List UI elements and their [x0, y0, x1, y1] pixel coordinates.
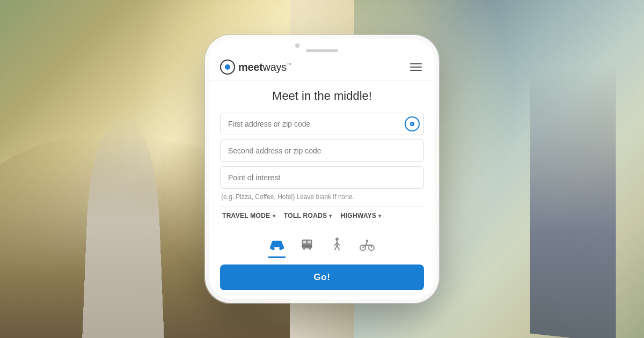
app-body: Meet in the middle! (e.g. Pizza, Coffee,… [209, 80, 435, 299]
second-address-group [220, 139, 424, 162]
toll-roads-dropdown[interactable]: TOLL ROADS ▾ [282, 211, 334, 221]
hamburger-line-3 [410, 70, 422, 71]
location-icon [410, 122, 414, 126]
travel-mode-label: TRAVEL MODE [222, 212, 270, 219]
phone-wrapper: meetways™ Meet in the middle! [204, 19, 440, 319]
svg-point-9 [309, 247, 311, 250]
toll-roads-arrow-icon: ▾ [329, 213, 332, 219]
svg-rect-6 [308, 241, 311, 244]
dropdowns-row: TRAVEL MODE ▾ TOLL ROADS ▾ HIGHWAYS ▾ [220, 206, 424, 225]
phone-speaker [306, 49, 338, 52]
svg-point-1 [279, 247, 282, 250]
location-button[interactable] [405, 116, 420, 131]
toll-roads-label: TOLL ROADS [284, 212, 327, 219]
go-button[interactable]: Go! [220, 264, 424, 290]
svg-point-8 [303, 247, 305, 250]
travel-mode-car[interactable] [268, 236, 286, 258]
logo-eye-icon [225, 64, 230, 70]
road-right [530, 63, 616, 338]
logo: meetways™ [220, 60, 291, 75]
svg-line-16 [337, 246, 339, 250]
svg-rect-7 [302, 245, 312, 247]
svg-rect-5 [303, 241, 306, 244]
logo-icon [220, 60, 235, 75]
svg-point-0 [272, 247, 275, 250]
logo-text: meetways™ [238, 61, 291, 74]
transit-icon [298, 236, 316, 253]
travel-mode-dropdown[interactable]: TRAVEL MODE ▾ [220, 211, 277, 221]
travel-mode-bike[interactable] [358, 236, 376, 258]
first-address-input[interactable] [220, 113, 424, 135]
svg-rect-2 [273, 242, 276, 245]
phone-frame: meetways™ Meet in the middle! [209, 39, 435, 299]
page-headline: Meet in the middle! [220, 89, 424, 103]
hamburger-menu-button[interactable] [408, 61, 424, 73]
svg-line-15 [335, 246, 337, 250]
bike-icon [358, 236, 376, 253]
hamburger-line-2 [410, 67, 422, 68]
car-icon [268, 236, 286, 253]
app-header: meetways™ [209, 54, 435, 80]
highways-arrow-icon: ▾ [378, 213, 381, 219]
second-address-input[interactable] [220, 139, 424, 162]
travel-mode-arrow-icon: ▾ [273, 213, 275, 219]
travel-mode-icons [220, 232, 424, 264]
highways-label: HIGHWAYS [341, 212, 377, 219]
svg-rect-10 [306, 247, 309, 248]
phone-top [209, 39, 435, 54]
poi-hint-text: (e.g. Pizza, Coffee, Hotel) Leave blank … [221, 193, 423, 201]
svg-rect-3 [278, 242, 281, 245]
travel-mode-walk[interactable] [328, 236, 346, 258]
first-address-group [220, 113, 424, 135]
walk-icon [328, 236, 346, 253]
hamburger-line-1 [410, 63, 422, 64]
poi-group [220, 166, 424, 189]
travel-mode-transit[interactable] [298, 236, 316, 258]
highways-dropdown[interactable]: HIGHWAYS ▾ [339, 211, 384, 221]
poi-input[interactable] [220, 166, 424, 189]
phone-camera [295, 43, 299, 48]
